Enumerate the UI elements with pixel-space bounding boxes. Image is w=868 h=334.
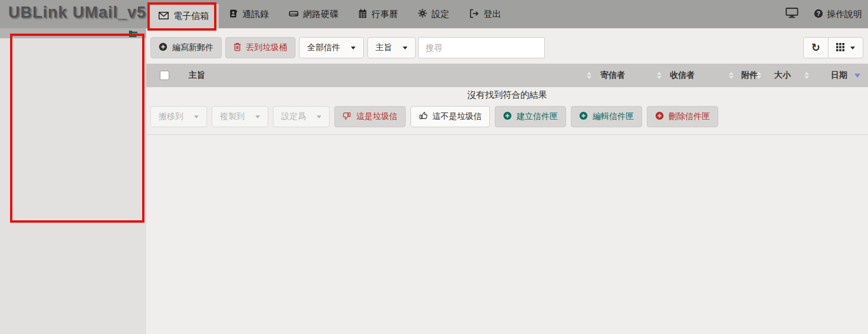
- sort-icon: [657, 64, 662, 87]
- chevron-down-icon: [850, 47, 855, 49]
- column-layout-button[interactable]: [828, 37, 863, 58]
- thumbs-up-icon: [419, 111, 428, 122]
- search-field-value: 主旨: [376, 42, 392, 53]
- edit-mailbox-label: 編輯信件匣: [593, 111, 634, 122]
- delete-mailbox-button[interactable]: 刪除信件匣: [647, 106, 718, 127]
- calendar-icon: [359, 9, 367, 20]
- column-header-size[interactable]: 大小: [774, 64, 791, 87]
- view-controls: ↻: [803, 37, 863, 58]
- nav-item-calendar[interactable]: 行事曆: [348, 0, 408, 28]
- folder-tree-header: [0, 28, 146, 38]
- nav-item-contacts[interactable]: 通訊錄: [219, 0, 279, 28]
- trash-icon: [234, 42, 241, 53]
- mark-spam-label: 這是垃圾信: [356, 111, 397, 122]
- mail-toolbar: 編寫新郵件 丟到垃圾桶 全部信件 主旨 ↻: [146, 28, 868, 58]
- move-to-select[interactable]: 搬移到: [150, 106, 207, 127]
- question-circle-icon: ?: [814, 9, 823, 20]
- copy-to-select[interactable]: 複製到: [212, 106, 268, 127]
- plus-circle-icon: [503, 111, 512, 122]
- help-button[interactable]: ? 操作說明: [814, 9, 862, 20]
- mark-not-spam-button[interactable]: 這不是垃圾信: [410, 106, 490, 127]
- gear-icon: [418, 9, 427, 19]
- sort-icon: [804, 64, 809, 87]
- chevron-down-icon: [255, 115, 260, 118]
- nav-item-logout[interactable]: 登出: [459, 0, 511, 28]
- nav-item-label: 登出: [484, 9, 501, 20]
- nav-item-label: 行事曆: [371, 9, 398, 20]
- sort-desc-active-icon: [854, 74, 860, 78]
- create-mailbox-label: 建立信件匣: [517, 111, 558, 122]
- trash-button[interactable]: 丟到垃圾桶: [225, 37, 295, 58]
- hdd-icon: [289, 9, 298, 20]
- plus-circle-icon: [159, 42, 167, 53]
- mark-spam-button[interactable]: 這是垃圾信: [334, 106, 406, 127]
- search-field-select[interactable]: 主旨: [367, 37, 416, 58]
- chevron-down-icon: [317, 115, 321, 118]
- nav-item-label: 網路硬碟: [303, 9, 338, 20]
- refresh-icon: ↻: [811, 42, 820, 53]
- create-mailbox-button[interactable]: 建立信件匣: [495, 106, 566, 127]
- search-input[interactable]: [418, 37, 545, 58]
- svg-text:?: ?: [817, 9, 820, 16]
- column-header-subject[interactable]: 主旨: [189, 64, 205, 87]
- navbar-right: ? 操作說明: [785, 0, 862, 28]
- column-header-attachment[interactable]: 附件: [741, 64, 758, 87]
- mailbox-actions: 搬移到 複製到 設定爲 這是垃圾信 這不是垃圾信: [146, 102, 868, 127]
- mail-table-header: 主旨 寄信者 收信者 附件 大小 日期: [146, 64, 868, 87]
- edit-mailbox-button[interactable]: 編輯信件匣: [571, 106, 642, 127]
- thumbs-down-icon: [343, 111, 351, 122]
- chevron-down-icon: [403, 47, 407, 49]
- nav-item-label: 電子信箱: [173, 11, 209, 22]
- folder-sidebar: [0, 28, 146, 334]
- set-as-label: 設定爲: [281, 111, 306, 122]
- nav-item-label: 通訊錄: [242, 9, 269, 20]
- umail-app: UBLink UMail_v5 電子信箱 通訊錄 網路硬碟: [0, 0, 868, 334]
- copy-to-label: 複製到: [220, 111, 245, 122]
- compose-button[interactable]: 編寫新郵件: [150, 37, 222, 58]
- app-logo: UBLink UMail_v5: [8, 4, 146, 22]
- envelope-icon: [159, 11, 169, 21]
- mark-not-spam-label: 這不是垃圾信: [432, 111, 482, 122]
- top-navbar: UBLink UMail_v5 電子信箱 通訊錄 網路硬碟: [0, 0, 868, 28]
- set-as-select[interactable]: 設定爲: [273, 106, 330, 127]
- chevron-down-icon: [351, 47, 356, 49]
- sort-icon: [729, 64, 734, 87]
- mail-content: 編寫新郵件 丟到垃圾桶 全部信件 主旨 ↻: [146, 28, 868, 334]
- plus-circle-icon: [579, 111, 588, 122]
- logout-icon: [469, 9, 479, 20]
- trash-label: 丟到垃圾桶: [246, 42, 287, 53]
- select-all-checkbox[interactable]: [160, 71, 169, 80]
- delete-mailbox-label: 刪除信件匣: [669, 111, 710, 122]
- column-header-recipient[interactable]: 收信者: [670, 64, 695, 87]
- mail-filter-value: 全部信件: [307, 42, 340, 53]
- nav-item-label: 設定: [432, 9, 449, 20]
- folder-open-icon[interactable]: [129, 29, 138, 40]
- empty-result-message: 沒有找到符合的結果: [146, 87, 868, 102]
- column-header-sender[interactable]: 寄信者: [600, 64, 625, 87]
- compose-label: 編寫新郵件: [172, 42, 213, 53]
- move-to-label: 搬移到: [159, 111, 183, 122]
- actions-divider: [146, 134, 868, 135]
- nav-item-settings[interactable]: 設定: [408, 0, 459, 28]
- sort-icon: [757, 64, 761, 87]
- monitor-icon[interactable]: [785, 8, 798, 21]
- sort-icon: [587, 64, 591, 87]
- address-book-icon: [229, 9, 238, 20]
- plus-circle-icon: [655, 111, 664, 122]
- nav-item-mail[interactable]: 電子信箱: [149, 4, 219, 28]
- nav-item-netdrive[interactable]: 網路硬碟: [279, 0, 348, 28]
- help-label: 操作說明: [827, 9, 862, 20]
- refresh-button[interactable]: ↻: [803, 37, 828, 58]
- main-menu: 電子信箱 通訊錄 網路硬碟 行事曆: [149, 0, 511, 28]
- mail-filter-select[interactable]: 全部信件: [299, 37, 364, 58]
- chevron-down-icon: [194, 115, 199, 118]
- grid-icon: [836, 43, 844, 53]
- column-header-date[interactable]: 日期: [831, 64, 847, 87]
